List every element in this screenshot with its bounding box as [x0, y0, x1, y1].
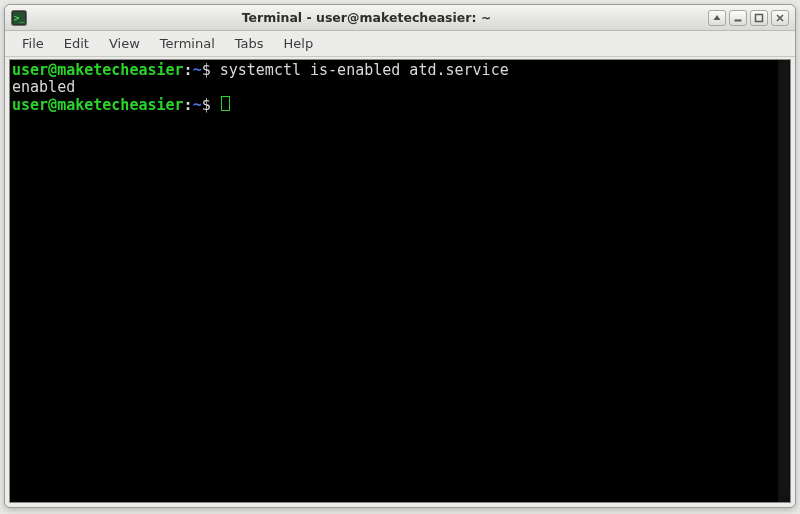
prompt-sigil: $	[202, 96, 211, 114]
maximize-button[interactable]	[750, 10, 768, 26]
prompt-path: ~	[193, 96, 202, 114]
menu-view[interactable]: View	[100, 33, 149, 54]
command-text: systemctl is-enabled atd.service	[220, 61, 509, 79]
window-buttons	[708, 10, 789, 26]
prompt-sigil: $	[202, 61, 211, 79]
svg-rect-4	[756, 14, 763, 21]
menu-edit[interactable]: Edit	[55, 33, 98, 54]
scroll-up-button[interactable]	[708, 10, 726, 26]
close-icon	[775, 13, 785, 23]
command-output: enabled	[12, 78, 75, 96]
terminal-viewport[interactable]: user@maketecheasier:~$ systemctl is-enab…	[9, 59, 791, 503]
titlebar[interactable]: >_ Terminal - user@maketecheasier: ~	[5, 5, 795, 31]
menubar: File Edit View Terminal Tabs Help	[5, 31, 795, 57]
svg-text:>_: >_	[14, 13, 25, 23]
terminal-line-1: user@maketecheasier:~$ systemctl is-enab…	[12, 62, 788, 79]
prompt-userhost: user@maketecheasier	[12, 61, 184, 79]
close-button[interactable]	[771, 10, 789, 26]
menu-file[interactable]: File	[13, 33, 53, 54]
prompt-userhost: user@maketecheasier	[12, 96, 184, 114]
prompt-sep: :	[184, 61, 193, 79]
menu-help[interactable]: Help	[275, 33, 323, 54]
terminal-cursor	[221, 96, 230, 111]
menu-terminal[interactable]: Terminal	[151, 33, 224, 54]
prompt-sep: :	[184, 96, 193, 114]
terminal-scrollbar[interactable]	[778, 60, 790, 502]
terminal-window: >_ Terminal - user@maketecheasier: ~	[4, 4, 796, 508]
minimize-button[interactable]	[729, 10, 747, 26]
window-title: Terminal - user@maketecheasier: ~	[25, 10, 708, 25]
svg-rect-3	[735, 19, 742, 21]
terminal-line-2: enabled	[12, 79, 788, 96]
terminal-line-3: user@maketecheasier:~$	[12, 96, 788, 114]
minimize-icon	[733, 13, 743, 23]
prompt-path: ~	[193, 61, 202, 79]
menu-tabs[interactable]: Tabs	[226, 33, 273, 54]
maximize-icon	[754, 13, 764, 23]
scrollbar-thumb[interactable]	[780, 62, 788, 495]
arrow-up-icon	[712, 13, 722, 23]
